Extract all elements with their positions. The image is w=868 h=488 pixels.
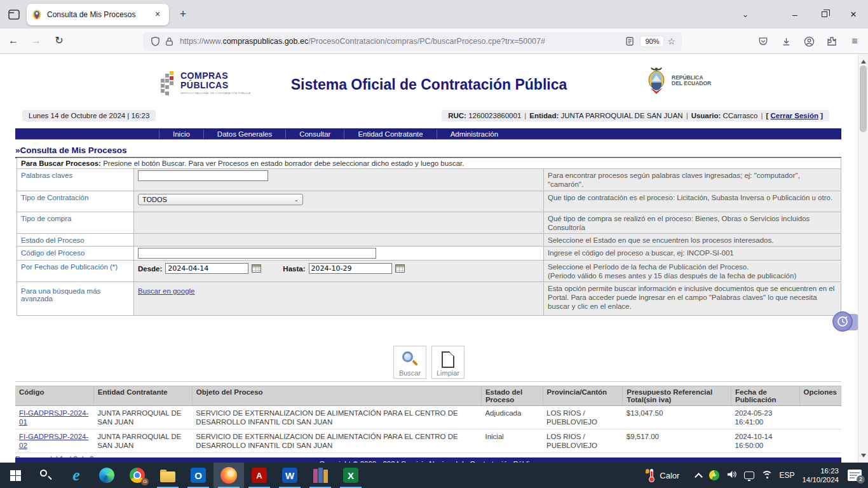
vertical-scrollbar[interactable] bbox=[858, 55, 868, 463]
page-title: Sistema Oficial de Contratación Pública bbox=[0, 76, 858, 93]
section-title: »Consulta de Mis Procesos bbox=[15, 146, 841, 158]
firefox-view-icon[interactable] bbox=[5, 6, 23, 24]
help-tipo-contratacion: Que tipo de contratación es el proceso: … bbox=[544, 191, 841, 212]
restore-button[interactable] bbox=[810, 0, 839, 29]
cell-presupuesto: $13,047.50 bbox=[623, 406, 731, 430]
url-text[interactable]: https://www.compraspublicas.gob.ec/Proce… bbox=[180, 37, 623, 46]
tray-expand-icon[interactable] bbox=[695, 473, 703, 481]
taskbar-acrobat[interactable]: A bbox=[244, 463, 275, 488]
results-header-row: Código Entidad Contratante Objeto del Pr… bbox=[15, 386, 841, 406]
lock-icon[interactable] bbox=[162, 37, 176, 46]
volume-icon[interactable] bbox=[726, 470, 737, 482]
calendar-icon[interactable] bbox=[252, 264, 261, 273]
downloads-icon[interactable] bbox=[776, 32, 796, 51]
restore-icon bbox=[822, 11, 827, 17]
new-tab-button[interactable]: + bbox=[174, 6, 192, 24]
bookmark-star-icon[interactable]: ☆ bbox=[667, 36, 675, 46]
taskbar-explorer[interactable] bbox=[153, 463, 183, 488]
proceso-link[interactable]: FI-GADPRSJP-2024-01 bbox=[19, 409, 88, 426]
results-section: Código Entidad Contratante Objeto del Pr… bbox=[15, 386, 841, 463]
calendar-icon[interactable] bbox=[395, 264, 405, 273]
limpiar-button[interactable]: Limpiar bbox=[431, 346, 465, 379]
page-content: COMPRAS PÚBLICAS SERVICIO NACIONAL DE CO… bbox=[0, 55, 868, 463]
logout-link[interactable]: Cerrar Sesión bbox=[771, 112, 818, 119]
tracking-shield-icon[interactable] bbox=[148, 36, 162, 46]
taskbar-outlook[interactable]: O bbox=[183, 463, 214, 488]
ec-line2: DEL ECUADOR bbox=[672, 81, 711, 86]
taskbar-excel[interactable]: X bbox=[336, 463, 366, 488]
account-icon[interactable] bbox=[799, 32, 818, 51]
weather-temperature-icon[interactable] bbox=[647, 469, 656, 482]
zoom-level-badge[interactable]: 90% bbox=[641, 36, 663, 46]
meet-now-icon[interactable] bbox=[744, 471, 754, 479]
label-estado-proceso: Estado del Proceso bbox=[17, 234, 134, 247]
buscar-button[interactable]: Buscar bbox=[393, 346, 426, 379]
pocket-icon[interactable] bbox=[754, 32, 773, 51]
minimize-button[interactable]: – bbox=[780, 0, 810, 29]
scrollbar-thumb[interactable] bbox=[860, 65, 867, 132]
taskbar-firefox[interactable] bbox=[214, 463, 244, 488]
chevron-down-icon: ⌄ bbox=[294, 196, 299, 203]
internet-explorer-icon: e bbox=[72, 468, 80, 483]
tab-title: Consulta de Mis Procesos bbox=[47, 10, 151, 19]
extension-floating-badge[interactable] bbox=[832, 311, 855, 333]
tipo-contratacion-select[interactable]: TODOS⌄ bbox=[138, 194, 303, 205]
tray-date: 14/10/2024 bbox=[802, 475, 839, 484]
col-objeto: Objeto del Proceso bbox=[192, 386, 481, 406]
col-fecha: Fecha de Publicación bbox=[731, 386, 800, 406]
menu-icon[interactable]: ≡ bbox=[845, 32, 864, 51]
notification-center-icon[interactable]: 2 bbox=[848, 470, 862, 481]
cell-entidad: JUNTA PARROQUIAL DE SAN JUAN bbox=[93, 406, 192, 430]
taskbar-ie[interactable]: e bbox=[61, 463, 92, 488]
taskbar-search-button[interactable] bbox=[31, 463, 61, 488]
ruc-value: 1260023860001 bbox=[468, 112, 521, 119]
browser-toolbar: ← → ↻ https://www.compraspublicas.gob.ec… bbox=[0, 29, 868, 54]
palabras-claves-input[interactable] bbox=[138, 170, 268, 181]
fecha-hasta-input[interactable] bbox=[309, 263, 392, 274]
proceso-link[interactable]: FI-GADPRSJP-2024-02 bbox=[19, 433, 88, 449]
ruc-label: RUC: bbox=[448, 112, 466, 119]
wifi-icon[interactable] bbox=[761, 471, 773, 480]
extensions-icon[interactable] bbox=[822, 32, 841, 51]
taskbar-winrar[interactable] bbox=[305, 463, 336, 488]
taskbar-word[interactable]: W bbox=[275, 463, 305, 488]
url-host: compraspublicas.gob.ec bbox=[222, 37, 308, 46]
acrobat-icon: A bbox=[252, 468, 267, 483]
nav-item-administracion[interactable]: Administración bbox=[437, 130, 512, 139]
cell-estado: Adjudicada bbox=[481, 406, 543, 430]
site-favicon bbox=[32, 10, 42, 20]
url-bar[interactable]: https://www.compraspublicas.gob.ec/Proce… bbox=[143, 32, 682, 51]
cell-entidad: JUNTA PARROQUIAL DE SAN JUAN bbox=[93, 430, 192, 453]
codigo-proceso-input[interactable] bbox=[138, 248, 376, 259]
nav-item-inicio[interactable]: Inicio bbox=[159, 130, 203, 139]
session-box: RUC: 1260023860001|Entidad: JUNTA PARROQ… bbox=[442, 110, 829, 121]
nav-item-datos-generales[interactable]: Datos Generales bbox=[203, 130, 285, 139]
close-window-button[interactable]: × bbox=[839, 0, 868, 29]
scroll-up-icon[interactable] bbox=[861, 57, 866, 64]
list-tabs-icon[interactable]: ⌄ bbox=[736, 10, 755, 19]
tray-time: 16:23 bbox=[802, 466, 839, 475]
taskbar-chrome[interactable]: G bbox=[122, 463, 153, 488]
nav-item-entidad-contratante[interactable]: Entidad Contratante bbox=[344, 130, 436, 139]
antivirus-icon[interactable] bbox=[709, 470, 719, 480]
weather-label[interactable]: Calor bbox=[660, 471, 679, 480]
fecha-desde-input[interactable] bbox=[165, 263, 248, 274]
scroll-down-icon[interactable] bbox=[861, 454, 866, 460]
label-busqueda-avanzada: Para una búsqueda más avanzada bbox=[17, 282, 134, 316]
language-indicator[interactable]: ESP bbox=[779, 471, 794, 480]
back-button[interactable]: ← bbox=[4, 32, 23, 51]
taskbar-clock[interactable]: 16:23 14/10/2024 bbox=[802, 466, 839, 484]
start-button[interactable] bbox=[0, 463, 31, 488]
nav-item-consultar[interactable]: Consultar bbox=[285, 130, 344, 139]
forward-button[interactable]: → bbox=[27, 32, 46, 51]
blank-page-icon bbox=[442, 351, 454, 368]
reload-button[interactable]: ↻ bbox=[50, 32, 69, 51]
notification-badge: 2 bbox=[857, 475, 865, 484]
reader-mode-icon[interactable] bbox=[623, 37, 637, 46]
browser-tab[interactable]: Consulta de Mis Procesos × bbox=[27, 4, 169, 25]
entidad-label: Entidad: bbox=[529, 112, 559, 119]
buscar-google-link[interactable]: Buscar en google bbox=[138, 287, 195, 295]
cell-estado: Inicial bbox=[481, 430, 543, 453]
tab-close-icon[interactable]: × bbox=[151, 8, 164, 21]
taskbar-edge[interactable] bbox=[92, 463, 122, 488]
